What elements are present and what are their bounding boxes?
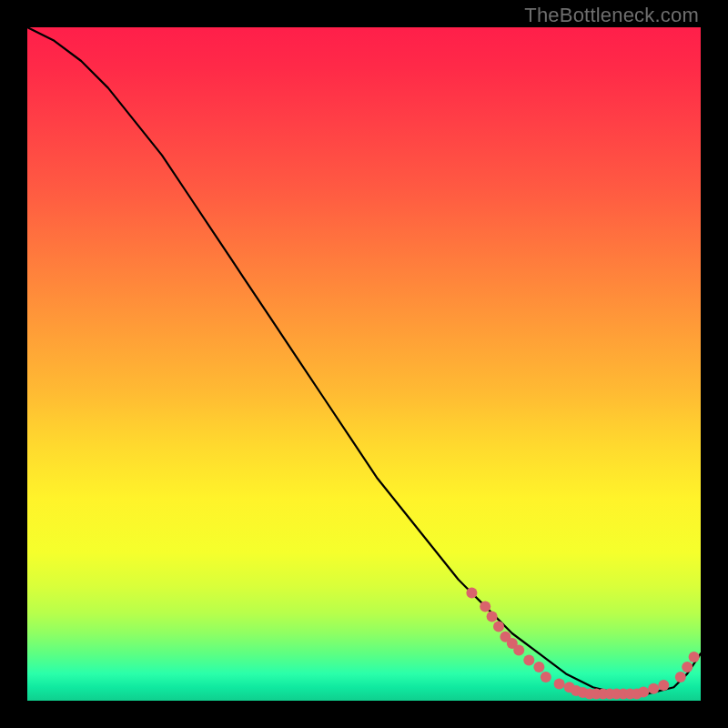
bottleneck-curve	[27, 27, 701, 694]
highlight-dot	[480, 601, 490, 612]
highlight-dot	[682, 662, 693, 672]
highlight-dot	[466, 588, 477, 599]
highlight-dot	[487, 612, 498, 622]
highlight-dot	[493, 622, 504, 632]
plot-area	[27, 27, 701, 701]
highlight-dot	[513, 645, 524, 656]
highlight-dot	[554, 679, 565, 690]
highlight-dot	[648, 683, 659, 694]
highlight-dot	[523, 655, 534, 666]
highlight-dot	[689, 652, 700, 662]
highlight-dot	[658, 680, 669, 691]
highlight-dot	[638, 686, 649, 697]
chart-frame: TheBottleneck.com	[0, 0, 728, 728]
watermark-text: TheBottleneck.com	[524, 4, 699, 27]
highlight-dot	[675, 672, 686, 682]
chart-svg	[27, 27, 701, 701]
highlight-dot	[533, 662, 544, 672]
highlight-dot	[541, 672, 551, 682]
